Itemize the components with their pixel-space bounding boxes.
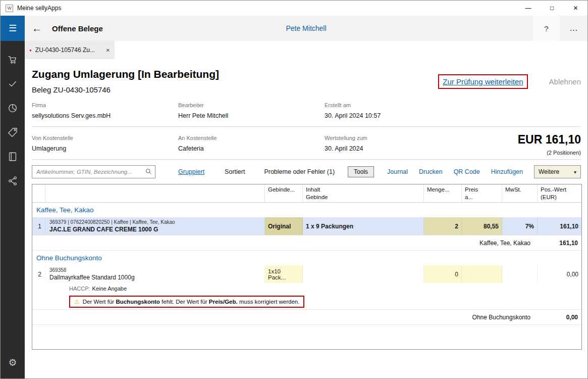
maximize-button[interactable]: □ [540,1,564,16]
header-more-button[interactable]: … [560,16,587,41]
sorted-toggle[interactable]: Sortiert [225,168,245,175]
table-header-row: Gebinde... Inhalt Gebinde Menge... Preis… [32,184,581,203]
mwst-cell: 7% [502,217,538,235]
sidebar-item-catalog[interactable] [1,145,25,169]
sidebar-item-prices[interactable] [1,120,25,145]
validation-warning: ⚠ Der Wert für Buchungskonto fehlt. Der … [69,296,304,308]
chevron-down-icon: ▾ [574,169,576,175]
inhalt-cell: 1 x 9 Packungen [303,217,424,235]
sidebar-item-orders[interactable] [1,48,25,72]
tag-icon [7,127,18,138]
preis-cell[interactable]: 80,55 [462,217,502,235]
group-subtotal-kaffee: Kaffee, Tee, Kakao 161,10 [32,235,581,251]
gebinde-cell[interactable]: Original [265,217,303,235]
article-name: Dallmayrkaffee Standard 1000g [49,274,135,281]
more-actions-label: Weitere [539,168,559,175]
field-firma: Firma sellysolutions Serv.ges.mbH [32,102,178,119]
document-actions: Zur Prüfung weiterleiten Ablehnen [438,74,581,89]
menge-cell[interactable]: 2 [424,217,462,235]
subtotal-label: Ohne Buchungskonto [32,314,538,321]
field-an-kostenstelle: An Kostenstelle Cafeteria [178,135,325,152]
minimize-button[interactable]: — [516,1,540,16]
field-von-kostenstelle: Von Kostenstelle Umlagerung [32,135,178,152]
document-total: EUR 161,10 [518,133,581,147]
sidebar: ⚙ [1,41,25,378]
group-header-kaffee[interactable]: Kaffee, Tee, Kakao [32,203,581,217]
tab-close-icon[interactable]: ✕ [106,48,110,53]
gebinde-cell[interactable]: 1x10 Pack... [265,265,303,283]
add-link[interactable]: Hinzufügen [491,168,523,175]
field-value: 30. April 2024 10:57 [325,112,471,119]
sidebar-item-reports[interactable] [1,96,25,120]
field-value: Umlagerung [32,145,178,152]
help-button[interactable]: ? [533,16,560,41]
app-icon-glyph: W [7,6,12,11]
field-value: 30. April 2024 [325,145,471,152]
table-row-1[interactable]: 1 369379 | 07622400820250 | Kaffee | Kaf… [32,217,581,235]
meta-fields-row-1: Firma sellysolutions Serv.ges.mbH Bearbe… [32,96,581,127]
tools-button[interactable]: Tools [348,166,374,177]
field-label: Wertstellung zum [325,135,471,141]
article-name: JAC.LE GRAND CAFE CREME 1000 G [49,226,158,233]
problems-filter[interactable]: Probleme oder Fehler (1) [264,168,335,175]
app-window: W Meine sellyApps — □ ✕ ☰ ← Offene Beleg… [0,0,588,379]
more-actions-dropdown[interactable]: Weitere ▾ [534,165,581,178]
meta-fields-row-2: Von Kostenstelle Umlagerung An Kostenste… [32,129,581,160]
grouped-toggle[interactable]: Gruppiert [178,168,204,175]
tab-bar: ● ZU-0430-105746 Zu... ✕ [25,41,587,59]
col-inhalt-gebinde[interactable]: Inhalt Gebinde [303,184,424,203]
tab-label: ZU-0430-105746 Zu... [35,46,95,54]
unsaved-dot-icon: ● [29,48,32,53]
settings-button[interactable]: ⚙ [1,350,25,374]
field-label: Firma [32,102,178,108]
article-meta: 369379 | 07622400820250 | Kaffee | Kaffe… [49,219,175,225]
print-link[interactable]: Drucken [419,168,443,175]
group-header-ohne-buchungskonto[interactable]: Ohne Buchungskonto [32,251,581,265]
current-user-link[interactable]: Pete Mitchell [25,24,587,32]
cart-icon [7,54,18,65]
total-block: EUR 161,10 (2 Positionen) [518,133,581,156]
col-mwst[interactable]: MwSt. [502,184,538,203]
hamburger-menu-button[interactable]: ☰ [1,16,25,41]
check-icon [7,78,18,89]
article-meta: 369358 [49,267,66,273]
tab-zu-0430-105746[interactable]: ● ZU-0430-105746 Zu... ✕ [25,41,115,59]
document-view: Zugang Umlagerung [In Bearbeitung] Beleg… [25,59,587,378]
col-preis[interactable]: Preis a... [462,184,502,203]
field-value: Herr Pete Mitchell [178,112,325,119]
wert-cell: 0,00 [538,265,581,283]
col-menge[interactable]: Menge... [424,184,462,203]
share-icon [7,175,18,186]
field-label: An Kostenstelle [178,135,325,141]
header-actions: ? … [533,16,587,41]
gear-icon: ⚙ [8,357,17,368]
haccp-value: Keine Angabe [92,286,127,292]
journal-link[interactable]: Journal [387,168,408,175]
article-cell: 369379 | 07622400820250 | Kaffee | Kaffe… [45,217,265,235]
subtotal-value: 0,00 [538,314,581,321]
sidebar-item-share[interactable] [1,169,25,193]
col-pos-wert[interactable]: Pos.-Wert (EUR) [538,184,581,203]
field-bearbeiter: Bearbeiter Herr Pete Mitchell [178,102,325,119]
pie-chart-icon [7,103,18,114]
col-gebinde[interactable]: Gebinde... [265,184,303,203]
close-button[interactable]: ✕ [564,1,587,16]
qr-code-link[interactable]: QR Code [454,168,480,175]
menge-cell[interactable]: 0 [424,265,462,283]
warning-icon: ⚠ [74,298,80,305]
book-icon [7,151,18,162]
sidebar-item-tasks[interactable] [1,72,25,96]
forward-for-review-button[interactable]: Zur Prüfung weiterleiten [438,74,527,89]
search-input[interactable] [32,165,155,178]
wert-cell: 161,10 [538,217,581,235]
inhalt-cell [303,265,424,283]
field-value: sellysolutions Serv.ges.mbH [32,112,178,119]
warning-row: ⚠ Der Wert für Buchungskonto fehlt. Der … [32,294,581,309]
preis-cell[interactable] [462,265,502,283]
table-row-2[interactable]: 2 369358 Dallmayrkaffee Standard 1000g 1… [32,265,581,283]
window-title: Meine sellyApps [17,5,61,12]
field-label: Erstellt am [325,102,471,108]
reject-button[interactable]: Ablehnen [549,77,581,86]
field-label: Bearbeiter [178,102,325,108]
subtotal-label: Kaffee, Tee, Kakao [32,240,538,247]
